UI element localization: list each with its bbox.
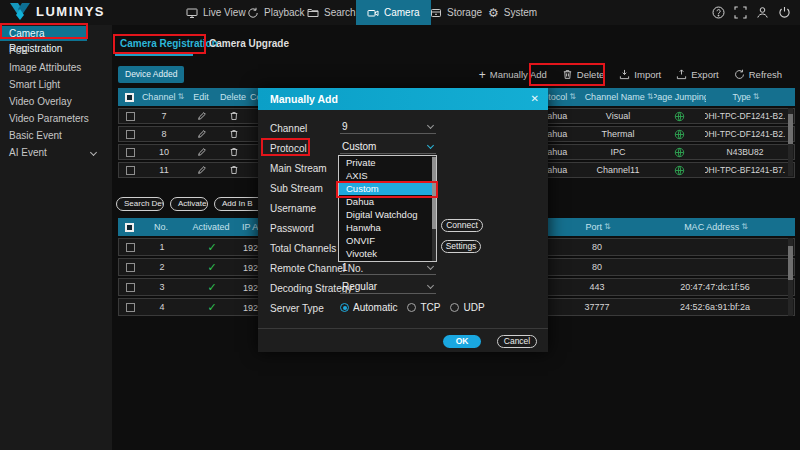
playback-icon <box>247 7 259 19</box>
user-icon[interactable] <box>756 6 769 19</box>
activated-check-icon: ✓ <box>207 279 216 295</box>
connect-button[interactable]: Connect <box>441 219 483 232</box>
sidebar-item-image-attributes[interactable]: Image Attributes <box>0 59 112 76</box>
protocol-select[interactable]: Custom <box>340 140 436 154</box>
nav-live-view[interactable]: Live View <box>186 0 246 25</box>
gear-icon: ⚙ <box>488 7 499 19</box>
activate-button[interactable]: Activate <box>170 197 208 211</box>
server-type-label: Server Type <box>270 302 324 316</box>
activated-check-icon: ✓ <box>207 239 216 255</box>
protocol-option-onvif[interactable]: ONVIF <box>339 234 436 247</box>
sidebar-item-video-parameters[interactable]: Video Parameters <box>0 110 112 127</box>
dialog-title-bar: Manually Add ✕ <box>258 88 548 110</box>
sort-icon: ⇅ <box>569 88 576 106</box>
nav-search[interactable]: Search <box>307 0 356 25</box>
edit-icon[interactable] <box>187 127 217 141</box>
protocol-dropdown: Private AXIS Custom Dahua Digital Watchd… <box>338 155 437 262</box>
radio-automatic[interactable]: Automatic <box>340 302 397 313</box>
import-button[interactable]: Import <box>619 69 661 80</box>
channel-select[interactable]: 9 <box>340 120 436 134</box>
protocol-option-hanwha[interactable]: Hanwha <box>339 221 436 234</box>
row-checkbox[interactable] <box>126 148 135 157</box>
device-added-button[interactable]: Device Added <box>118 66 184 83</box>
app-window: LUMINYS Live View Playback Search Camera <box>0 0 800 450</box>
camera-icon <box>367 7 379 19</box>
power-icon[interactable] <box>778 6 791 19</box>
radio-tcp[interactable]: TCP <box>407 302 440 313</box>
toolbar: + Manually Add Delete Import Export Re <box>479 66 782 83</box>
help-icon[interactable] <box>712 6 725 19</box>
sidebar: Camera Registration PoE Image Attributes… <box>0 25 112 450</box>
scan-icon[interactable] <box>734 6 747 19</box>
page-jump-globe-icon[interactable] <box>653 109 705 123</box>
protocol-option-vivotek[interactable]: Vivotek <box>339 247 436 260</box>
row-checkbox[interactable] <box>126 303 135 312</box>
main-stream-label: Main Stream <box>270 162 327 176</box>
sidebar-item-video-overlay[interactable]: Video Overlay <box>0 93 112 110</box>
protocol-option-dahua[interactable]: Dahua <box>339 195 436 208</box>
refresh-icon <box>734 69 745 80</box>
remote-channel-select[interactable]: 1 <box>340 261 436 275</box>
decoding-strategy-select[interactable]: Regular <box>340 280 436 294</box>
manually-add-button[interactable]: + Manually Add <box>479 69 547 80</box>
radio-icon <box>340 303 349 312</box>
close-icon[interactable]: ✕ <box>531 88 539 110</box>
dropdown-scrollbar[interactable] <box>432 156 436 261</box>
protocol-option-custom[interactable]: Custom <box>339 182 436 195</box>
page-jump-globe-icon[interactable] <box>653 145 705 159</box>
brand-name: LUMINYS <box>36 4 105 19</box>
select-all-checkbox[interactable] <box>125 223 134 232</box>
protocol-option-private[interactable]: Private <box>339 156 436 169</box>
sidebar-item-basic-event[interactable]: Basic Event <box>0 127 112 144</box>
select-all-checkbox[interactable] <box>125 93 134 102</box>
sidebar-item-poe[interactable]: PoE <box>0 42 112 59</box>
row-checkbox[interactable] <box>126 283 135 292</box>
search-table-scrollbar[interactable] <box>788 238 793 316</box>
tab-camera-registration[interactable]: Camera Registration <box>120 38 218 49</box>
top-nav-bar: LUMINYS Live View Playback Search Camera <box>0 0 800 25</box>
ok-button[interactable]: OK <box>443 335 481 348</box>
page-jump-globe-icon[interactable] <box>653 127 705 141</box>
nav-system[interactable]: ⚙ System <box>488 0 537 25</box>
export-button[interactable]: Export <box>676 69 718 80</box>
protocol-option-digital-watchdog[interactable]: Digital Watchdog <box>339 208 436 221</box>
delete-button[interactable]: Delete <box>562 69 604 80</box>
nav-camera[interactable]: Camera <box>356 0 431 25</box>
server-type-radio-group: Automatic TCP UDP <box>340 302 485 313</box>
row-checkbox[interactable] <box>126 130 135 139</box>
sidebar-item-ai-event[interactable]: AI Event <box>0 144 112 161</box>
search-device-button[interactable]: Search Device <box>116 197 164 211</box>
edit-icon[interactable] <box>187 163 217 177</box>
row-checkbox[interactable] <box>126 166 135 175</box>
edit-icon[interactable] <box>187 109 217 123</box>
total-channels-label: Total Channels <box>270 242 336 256</box>
settings-button[interactable]: Settings <box>441 240 481 253</box>
tab-camera-upgrade[interactable]: Camera Upgrade <box>209 38 289 49</box>
sort-icon: ⇅ <box>647 88 654 106</box>
nav-playback[interactable]: Playback <box>247 0 305 25</box>
trash-icon <box>562 69 573 80</box>
sort-icon: ⇅ <box>741 218 748 236</box>
device-table-scrollbar[interactable] <box>788 108 793 176</box>
row-checkbox[interactable] <box>126 263 135 272</box>
delete-icon[interactable] <box>217 109 251 123</box>
delete-icon[interactable] <box>217 127 251 141</box>
edit-icon[interactable] <box>187 145 217 159</box>
radio-icon <box>407 303 416 312</box>
cancel-button[interactable]: Cancel <box>497 335 537 348</box>
sidebar-item-smart-light[interactable]: Smart Light <box>0 76 112 93</box>
refresh-button[interactable]: Refresh <box>734 69 782 80</box>
page-jump-globe-icon[interactable] <box>653 163 705 177</box>
active-tab-underline <box>115 54 193 56</box>
delete-icon[interactable] <box>217 163 251 177</box>
chevron-down-icon <box>90 149 97 156</box>
channel-label: Channel <box>270 122 307 136</box>
row-checkbox[interactable] <box>126 243 135 252</box>
nav-storage[interactable]: Storage <box>430 0 482 25</box>
sidebar-item-camera-registration[interactable]: Camera Registration <box>0 26 87 41</box>
row-checkbox[interactable] <box>126 112 135 121</box>
delete-icon[interactable] <box>217 145 251 159</box>
radio-udp[interactable]: UDP <box>450 302 484 313</box>
dialog-footer: OK Cancel <box>258 328 548 352</box>
protocol-option-axis[interactable]: AXIS <box>339 169 436 182</box>
